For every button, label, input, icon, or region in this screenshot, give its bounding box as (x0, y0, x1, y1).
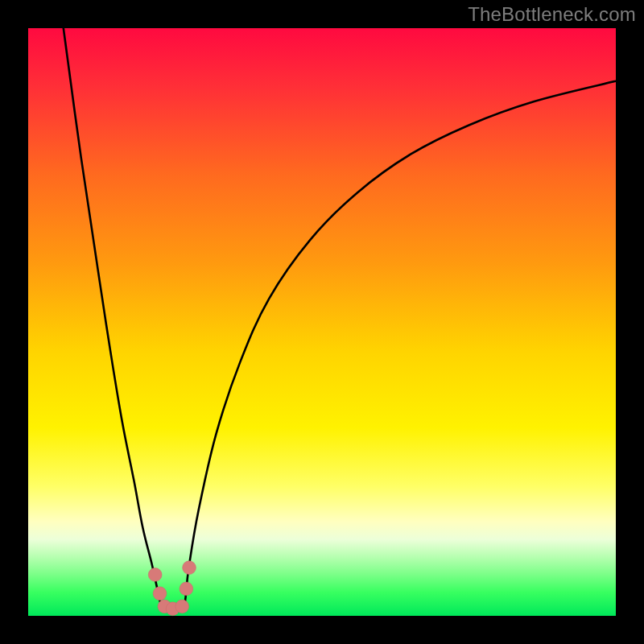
chart-frame: TheBottleneck.com (0, 0, 644, 644)
chart-svg (0, 0, 644, 644)
valley-marker (175, 600, 189, 613)
valley-marker (180, 582, 193, 596)
valley-marker (183, 561, 196, 575)
valley-marker (148, 568, 162, 582)
watermark-text: TheBottleneck.com (468, 3, 636, 26)
bottleneck-curve (64, 28, 616, 611)
valley-marker (153, 587, 167, 601)
